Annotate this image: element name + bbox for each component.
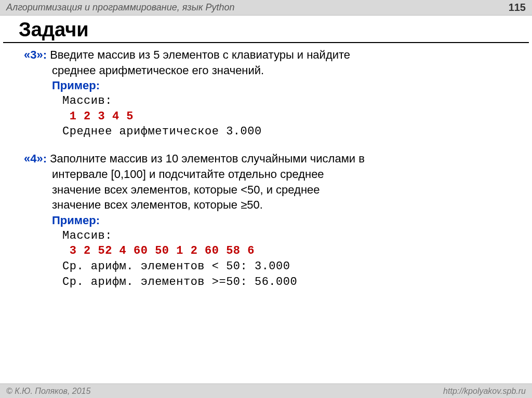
source-url: http://kpolyakov.spb.ru: [443, 387, 526, 396]
example-label-4: Пример:: [52, 214, 100, 227]
example-label-3: Пример:: [52, 79, 100, 92]
task-4-text-3: значение всех элементов, которые <50, и …: [24, 182, 511, 198]
slide-footer: © К.Ю. Поляков, 2015 http://kpolyakov.sp…: [0, 383, 532, 398]
task-label-4: «4»:: [24, 152, 47, 165]
task-3-text-1: Введите массив из 5 элементов с клавиату…: [47, 48, 350, 61]
task-4-text-4: значение всех элементов, которые ≥50.: [24, 197, 511, 213]
task-4-array-values: 3 2 52 4 60 50 1 2 60 58 6: [24, 243, 511, 259]
task-3-text-2: среднее арифметическое его значений.: [24, 63, 511, 78]
task-4-array-label: Массив:: [24, 228, 511, 244]
task-4: «4»: Заполните массив из 10 элементов сл…: [24, 151, 511, 290]
task-3: «3»: Введите массив из 5 элементов с кла…: [24, 47, 511, 140]
task-4-text-2: интервале [0,100] и подсчитайте отдельно…: [24, 167, 511, 182]
task-label-3: «3»:: [24, 48, 47, 61]
task-4-result-1: Ср. арифм. элементов < 50: 3.000: [24, 259, 511, 275]
slide-title: Задачи: [3, 16, 529, 43]
task-4-result-2: Ср. арифм. элементов >=50: 56.000: [24, 275, 511, 290]
course-title: Алгоритмизация и программирование, язык …: [6, 2, 234, 13]
copyright: © К.Ю. Поляков, 2015: [6, 387, 90, 396]
page-number: 115: [509, 2, 526, 13]
task-3-result: Среднее арифметическое 3.000: [24, 124, 511, 140]
task-4-text-1: Заполните массив из 10 элементов случайн…: [47, 152, 365, 165]
task-3-array-label: Массив:: [24, 93, 511, 109]
slide-header: Алгоритмизация и программирование, язык …: [0, 0, 532, 16]
slide-content: «3»: Введите массив из 5 элементов с кла…: [0, 43, 532, 290]
task-3-array-values: 1 2 3 4 5: [24, 109, 511, 125]
